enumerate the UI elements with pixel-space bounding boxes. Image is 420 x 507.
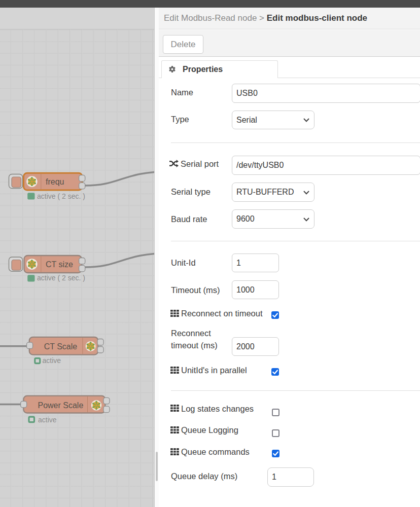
svg-text:active: active	[38, 416, 57, 424]
svg-text:active: active	[43, 356, 61, 365]
svg-text:CT Scale: CT Scale	[44, 342, 78, 351]
svg-text:frequ: frequ	[46, 177, 64, 186]
svg-text:CT size: CT size	[46, 260, 73, 269]
svg-text:Power Scale: Power Scale	[38, 401, 83, 410]
svg-text:active ( 2 sec. ): active ( 2 sec. )	[37, 274, 85, 282]
svg-text:active ( 2 sec. ): active ( 2 sec. )	[37, 192, 85, 200]
